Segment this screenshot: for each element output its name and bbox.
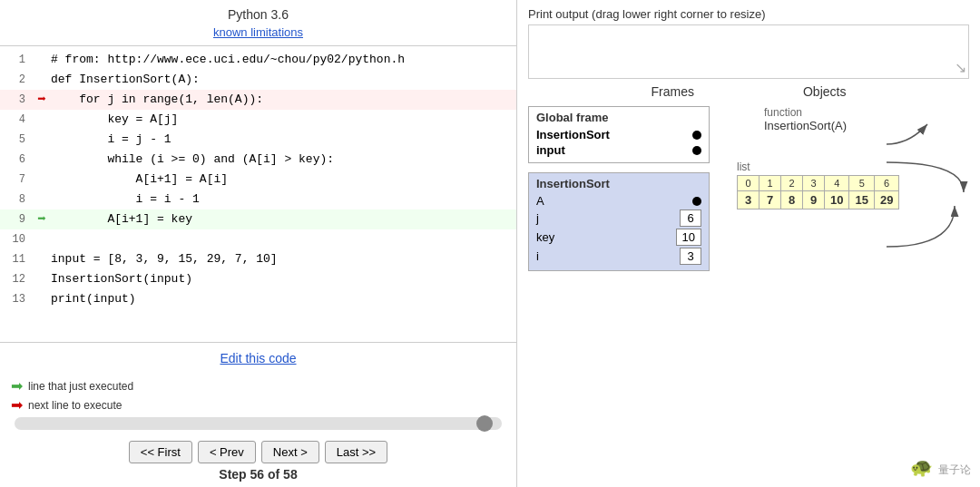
next-button[interactable]: Next > bbox=[261, 441, 319, 463]
nav-buttons: << First < Prev Next > Last >> bbox=[129, 441, 387, 463]
list-index-1: 1 bbox=[760, 176, 781, 191]
left-panel: Python 3.6 known limitations 1# from: ht… bbox=[0, 0, 517, 487]
last-button[interactable]: Last >> bbox=[325, 441, 387, 463]
viz-area: Global frame InsertionSort input Inserti… bbox=[528, 106, 969, 480]
line-content-2: def InsertionSort(A): bbox=[51, 70, 516, 90]
line-content-4: key = A[j] bbox=[51, 110, 516, 130]
limitations-link[interactable]: known limitations bbox=[213, 25, 303, 39]
function-label: function bbox=[764, 106, 847, 119]
key-var-row: key 10 bbox=[536, 229, 701, 246]
slider-thumb[interactable] bbox=[476, 415, 493, 432]
frames-col: Global frame InsertionSort input Inserti… bbox=[528, 106, 710, 480]
list-value-3: 9 bbox=[803, 191, 825, 209]
watermark-text: 量子论 bbox=[938, 463, 971, 476]
global-frame-box: Global frame InsertionSort input bbox=[528, 106, 710, 163]
legend-red-arrow: ➡ bbox=[11, 396, 23, 414]
code-area: 1# from: http://www.ece.uci.edu/~chou/py… bbox=[0, 45, 516, 343]
key-val: 10 bbox=[676, 229, 701, 246]
red-arrow-icon: ➡ bbox=[37, 92, 46, 108]
i-var-label: i bbox=[536, 249, 539, 263]
line-arrow-3: ➡ bbox=[33, 90, 51, 111]
code-line-9: 9➡ A[i+1] = key bbox=[0, 209, 516, 229]
right-panel: Print output (drag lower right corner to… bbox=[517, 0, 980, 487]
line-content-1: # from: http://www.ece.uci.edu/~chou/py0… bbox=[51, 50, 516, 70]
code-line-1: 1# from: http://www.ece.uci.edu/~chou/py… bbox=[0, 50, 516, 70]
input-var: input bbox=[536, 143, 565, 157]
legend-green-arrow: ➡ bbox=[11, 377, 23, 394]
list-index-4: 4 bbox=[825, 176, 849, 191]
line-content-8: i = i - 1 bbox=[51, 190, 516, 209]
insertion-frame-label: InsertionSort bbox=[536, 177, 701, 190]
list-index-2: 2 bbox=[781, 176, 803, 191]
code-line-4: 4 key = A[j] bbox=[0, 110, 516, 130]
i-val: 3 bbox=[680, 248, 701, 265]
code-line-5: 5 i = j - 1 bbox=[0, 130, 516, 150]
list-value-0: 3 bbox=[738, 191, 760, 209]
list-table: 01234563789101529 bbox=[737, 175, 899, 209]
insertion-sort-var: InsertionSort bbox=[536, 128, 610, 141]
j-val: 6 bbox=[680, 209, 701, 227]
green-arrow-icon: ➡ bbox=[37, 211, 46, 228]
line-num-8: 8 bbox=[0, 190, 33, 209]
line-num-5: 5 bbox=[0, 130, 33, 150]
input-var-row: input bbox=[536, 143, 701, 157]
list-value-2: 8 bbox=[781, 191, 803, 209]
legend-row: ➡ line that just executed ➡ next line to… bbox=[0, 374, 516, 417]
code-line-8: 8 i = i - 1 bbox=[0, 190, 516, 209]
output-label: Print output (drag lower right corner to… bbox=[528, 7, 969, 21]
key-var-label: key bbox=[536, 230, 554, 244]
list-box-container: list 01234563789101529 bbox=[737, 161, 899, 209]
insertion-sort-var-row: InsertionSort bbox=[536, 128, 701, 141]
watermark: 🐢 量子论 bbox=[910, 456, 971, 478]
prev-button[interactable]: < Prev bbox=[198, 441, 256, 463]
line-num-7: 7 bbox=[0, 170, 33, 190]
python-version-text: Python 3.6 bbox=[228, 7, 289, 22]
watermark-icon: 🐢 bbox=[910, 457, 933, 477]
line-content-9: A[i+1] = key bbox=[51, 209, 516, 229]
list-index-5: 5 bbox=[849, 176, 874, 191]
line-num-1: 1 bbox=[0, 50, 33, 70]
list-value-6: 29 bbox=[874, 191, 898, 209]
edit-code-link[interactable]: Edit this code bbox=[220, 351, 296, 365]
line-content-3: for j in range(1, len(A)): bbox=[51, 90, 516, 110]
line-num-9: 9 bbox=[0, 209, 33, 229]
code-lines: 1# from: http://www.ece.uci.edu/~chou/py… bbox=[0, 46, 516, 313]
i-var-row: i 3 bbox=[536, 248, 701, 265]
j-var-label: j bbox=[536, 211, 539, 225]
code-line-3: 3➡ for j in range(1, len(A)): bbox=[0, 90, 516, 110]
legend-red-label: next line to execute bbox=[28, 399, 122, 412]
list-index-0: 0 bbox=[738, 176, 760, 191]
line-arrow-9: ➡ bbox=[33, 209, 51, 230]
line-content-5: i = j - 1 bbox=[51, 130, 516, 150]
limitations-link-row: known limitations bbox=[0, 24, 516, 45]
line-content-11: input = [8, 3, 9, 15, 29, 7, 10] bbox=[51, 249, 516, 269]
line-content-13: print(input) bbox=[51, 289, 516, 309]
frames-header: Frames bbox=[652, 84, 694, 99]
first-button[interactable]: << First bbox=[129, 441, 192, 463]
legend-green-label: line that just executed bbox=[28, 380, 133, 393]
code-line-6: 6 while (i >= 0) and (A[i] > key): bbox=[0, 150, 516, 170]
list-value-1: 7 bbox=[760, 191, 781, 209]
a-var-label: A bbox=[536, 194, 544, 208]
step-label: Step 56 of 58 bbox=[219, 467, 297, 482]
objects-col: function InsertionSort(A) list 012345637… bbox=[710, 106, 969, 480]
output-box: ↘ bbox=[528, 24, 969, 79]
a-dot bbox=[692, 197, 701, 206]
slider-track[interactable] bbox=[15, 417, 502, 430]
list-index-3: 3 bbox=[803, 176, 825, 191]
code-line-12: 12InsertionSort(input) bbox=[0, 269, 516, 289]
line-num-2: 2 bbox=[0, 70, 33, 90]
j-var-row: j 6 bbox=[536, 209, 701, 227]
a-var-row: A bbox=[536, 194, 701, 208]
python-version-label: Python 3.6 bbox=[0, 0, 516, 24]
insertion-sort-frame: InsertionSort A j 6 key 10 i 3 bbox=[528, 172, 710, 271]
legend-red-item: ➡ next line to execute bbox=[11, 396, 505, 414]
line-num-4: 4 bbox=[0, 110, 33, 130]
resize-handle[interactable]: ↘ bbox=[955, 59, 966, 76]
line-num-12: 12 bbox=[0, 269, 33, 289]
code-line-2: 2def InsertionSort(A): bbox=[0, 70, 516, 90]
line-num-6: 6 bbox=[0, 150, 33, 170]
frames-objects-header: Frames Objects bbox=[528, 84, 969, 99]
global-frame-label: Global frame bbox=[536, 111, 701, 124]
list-label: list bbox=[737, 161, 899, 173]
